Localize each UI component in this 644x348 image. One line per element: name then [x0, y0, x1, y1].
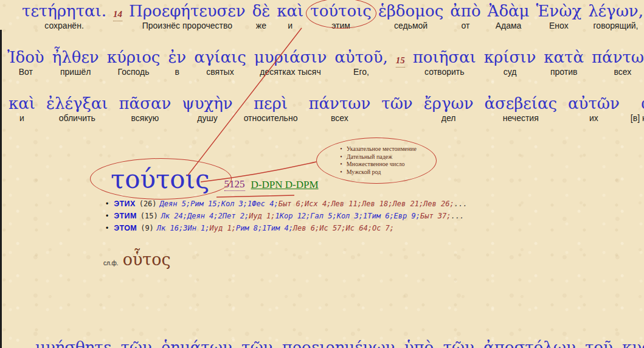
morphology-popup-item: Дательный падеж	[340, 153, 417, 161]
bible-ref[interactable]: Иуд 1;	[210, 224, 236, 232]
russian-gloss: относительно	[244, 113, 298, 124]
bible-ref[interactable]: Деян 5;	[160, 200, 191, 208]
verse-number: 15	[396, 55, 405, 68]
form-word: ЭТОМ	[114, 222, 137, 234]
bible-ref[interactable]: Лев 6;	[293, 224, 319, 232]
word-pair: καὶи	[277, 1, 303, 31]
greek-word[interactable]: ὧν	[641, 94, 644, 113]
greek-word[interactable]: αγίαις	[194, 47, 246, 67]
bible-ref[interactable]: 1Фес 4;	[248, 200, 279, 208]
greek-word[interactable]: Ἑνὼχ	[536, 1, 582, 21]
greek-word[interactable]: Ἰδοὺ	[7, 47, 44, 67]
bible-ref[interactable]: Ис 57;	[319, 224, 345, 232]
interlinear-line: τετήρηται.сохранён.14ΠροεφήτευσενПроизнё…	[0, 1, 644, 31]
greek-word[interactable]: Προεφήτευσεν	[129, 1, 246, 21]
bible-ref[interactable]: Быт 37;	[420, 212, 451, 220]
bible-ref[interactable]: Ос 7;	[372, 224, 394, 232]
greek-word[interactable]: περὶ	[254, 94, 288, 113]
bible-ref[interactable]: Лев 11;	[331, 200, 362, 208]
greek-word[interactable]: ψυχὴν	[182, 94, 232, 113]
bible-ref[interactable]: Рим 8;	[236, 224, 262, 232]
russian-gloss: этим	[331, 21, 350, 31]
greek-word[interactable]: Ἀδὰμ	[488, 1, 530, 21]
bible-ref[interactable]: 1Кор 12;	[275, 212, 311, 220]
word-pair: ποιῆσαιсотворить	[413, 47, 476, 77]
greek-word[interactable]: τούτοις	[310, 1, 372, 21]
greek-word[interactable]: κατὰ	[544, 47, 584, 67]
word-pair: πάντωνвсех	[308, 94, 370, 124]
russian-gloss: [в] которых	[631, 113, 644, 124]
morph-code-link[interactable]: D-DPN D-DPM	[251, 179, 319, 191]
dictionary-form-word[interactable]: οὗτος	[123, 250, 171, 269]
russian-gloss: против	[550, 67, 578, 77]
dictionary-form-label: сл.ф.	[103, 260, 119, 266]
bible-ref[interactable]: Рим 15;	[190, 200, 221, 208]
greek-word[interactable]: κύριος	[107, 47, 161, 67]
bible-ref[interactable]: Иуд 1;	[249, 212, 275, 220]
greek-word[interactable]: ἦλθεν	[52, 47, 99, 67]
word-pair: περὶотносительно	[244, 94, 298, 124]
greek-word[interactable]: καὶ	[277, 1, 303, 21]
bible-ref[interactable]: Исх 4;	[305, 200, 331, 208]
word-pair: τετήρηται.сохранён.	[22, 1, 106, 31]
bible-ref[interactable]: 3Ин 1;	[183, 224, 209, 232]
bible-ref[interactable]: Лев 21;	[393, 200, 424, 208]
strong-number-link[interactable]: 5125	[224, 178, 245, 191]
bible-ref[interactable]: 1Тим 6;	[363, 212, 394, 220]
greek-word[interactable]: αὐτοῦ,	[334, 47, 387, 67]
morphology-popup-item: Мужской род	[340, 169, 417, 176]
greek-word[interactable]: τετήρηται.	[22, 1, 106, 21]
lexicon-entry: τούτοις 5125 D-DPN D-DPM •ЭТИХ(26)Деян 5…	[102, 165, 467, 269]
word-forms-list: •ЭТИХ(26)Деян 5;Рим 15;Кол 3;1Фес 4;Быт …	[106, 198, 467, 234]
greek-word[interactable]: δὲ	[252, 1, 271, 21]
form-word: ЭТИХ	[114, 198, 135, 210]
bible-ref[interactable]: Ис 64;	[346, 224, 372, 232]
greek-word[interactable]: ἔργων	[424, 94, 474, 113]
greek-word[interactable]: λέγων,	[588, 1, 643, 21]
russian-gloss: говорящий,	[594, 21, 639, 31]
greek-word[interactable]: ἑβδομος	[378, 1, 443, 21]
russian-gloss: Енох	[549, 21, 569, 31]
russian-gloss: в	[175, 67, 179, 77]
greek-word[interactable]: αὐτῶν	[568, 94, 620, 113]
word-pair: ἑβδομοςседьмой	[378, 1, 443, 31]
bible-references: Лк 24;Деян 4;2Пет 2;Иуд 1;1Кор 12;Гал 5;…	[161, 210, 465, 222]
word-pair: ἀπὸот	[450, 1, 480, 31]
greek-word[interactable]: πάντων	[308, 94, 370, 113]
russian-gloss: всех	[614, 67, 632, 77]
word-form-row: •ЭТИХ(26)Деян 5;Рим 15;Кол 3;1Фес 4;Быт …	[106, 198, 467, 210]
word-pair: καὶи	[9, 94, 35, 124]
greek-word[interactable]: καὶ	[9, 94, 35, 113]
word-form-row: •ЭТОМ(9)Лк 16;3Ин 1;Иуд 1;Рим 8;1Тим 4;Л…	[106, 222, 467, 234]
russian-gloss: святых	[206, 67, 234, 77]
form-word: ЭТИМ	[114, 210, 137, 222]
greek-word[interactable]: πᾶσαν	[119, 94, 171, 113]
bible-ref[interactable]: Кол 3;	[221, 200, 248, 208]
greek-word[interactable]: ἀπὸ	[450, 1, 480, 21]
bible-ref[interactable]: Евр 9;	[394, 212, 420, 220]
bible-ref[interactable]: Быт 6;	[279, 200, 305, 208]
word-pair: μυριάσινдесятках тысяч	[254, 47, 327, 77]
bible-ref[interactable]: Лев 18;	[362, 200, 393, 208]
bible-ref[interactable]: 2Пет 2;	[218, 212, 249, 220]
greek-word[interactable]: μυριάσιν	[254, 47, 327, 67]
greek-word[interactable]: ποιῆσαι	[413, 47, 476, 67]
greek-word[interactable]: τῶν	[381, 94, 412, 113]
bible-ref[interactable]: Деян 4;	[187, 212, 218, 220]
bible-ref[interactable]: Гал 5;	[310, 212, 336, 220]
word-pair: ἀσεβείαςнечестия	[484, 94, 557, 124]
greek-word[interactable]: ἀσεβείας	[484, 94, 557, 113]
word-pair: ἸδοὺВот	[7, 47, 44, 77]
greek-word[interactable]: πάντων	[592, 47, 644, 67]
greek-word[interactable]: ἐν	[168, 47, 186, 67]
morphology-popup-list: Указательное местоимениеДательный падежМ…	[336, 145, 417, 176]
bible-ref[interactable]: Кол 3;	[337, 212, 363, 220]
dictionary-form-row: сл.ф. οὗτος	[103, 250, 467, 269]
greek-word[interactable]: ἐλέγξαι	[46, 94, 108, 113]
bible-ref[interactable]: Лев 26;	[423, 200, 454, 208]
interlinear-line: καὶиἐλέγξαιобличитьπᾶσανвсякуюψυχὴνдушуπ…	[0, 94, 644, 124]
greek-word[interactable]: κρίσιν	[484, 47, 536, 67]
bible-ref[interactable]: Лк 16;	[157, 224, 183, 232]
bible-ref[interactable]: Лк 24;	[161, 212, 187, 220]
bible-ref[interactable]: 1Тим 4;	[262, 224, 293, 232]
